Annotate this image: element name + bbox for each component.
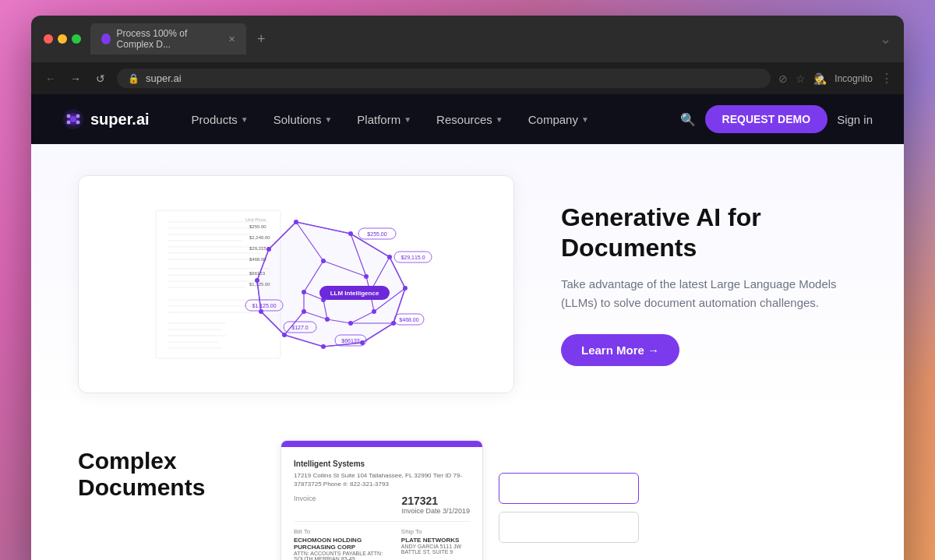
hero-title: Generative AI for Documents [561, 203, 857, 262]
svg-point-2 [70, 116, 76, 122]
svg-point-74 [364, 274, 369, 279]
invoice-label: Invoice [294, 495, 316, 502]
browser-window: Process 100% of Complex D... ✕ + ⌄ ← → ↺… [31, 16, 904, 560]
nav-links: Products ▼ Solutions ▼ Platform ▼ Resour… [181, 107, 680, 132]
svg-point-6 [76, 121, 80, 125]
tab-bar: Process 100% of Complex D... ✕ + [90, 23, 870, 55]
svg-point-72 [266, 247, 271, 252]
bottom-section: Complex Documents Intelligent Systems 17… [31, 417, 904, 560]
svg-point-68 [321, 344, 326, 349]
nav-item-platform[interactable]: Platform ▼ [346, 107, 422, 132]
invoice-number-row: Invoice 217321 Invoice Date 3/1/2019 [294, 495, 470, 515]
back-button[interactable]: ← [42, 70, 59, 87]
site-nav: super.ai Products ▼ Solutions ▼ Platform… [31, 94, 904, 144]
nav-item-company[interactable]: Company ▼ [517, 107, 600, 132]
invoice-date: Invoice Date 3/1/2019 [401, 507, 470, 515]
ship-company: PLATE NETWORKS [401, 537, 470, 544]
invoice-divider [294, 521, 470, 522]
tab-favicon [101, 33, 111, 44]
llm-brain-diagram: Unit Price $255.00 $2,240.00 $29,215.0 $… [148, 199, 444, 370]
svg-point-79 [302, 309, 306, 314]
nav-resources-label: Resources [436, 113, 492, 126]
svg-point-66 [391, 321, 396, 326]
nav-item-resources[interactable]: Resources ▼ [425, 107, 514, 132]
invoice-content: Intelligent Systems 17219 Collins St Sui… [281, 447, 482, 560]
svg-point-67 [360, 340, 365, 345]
logo-text: super.ai [90, 111, 150, 129]
camera-off-icon: ⊘ [778, 72, 788, 85]
input-field-2[interactable] [499, 512, 639, 543]
invoice-address: 17219 Collins St Suite 104 Tallahassee, … [294, 471, 470, 488]
svg-text:$2,240.00: $2,240.00 [249, 235, 270, 240]
forward-button[interactable]: → [67, 70, 84, 87]
svg-text:$255.00: $255.00 [367, 231, 386, 237]
maximize-button[interactable] [72, 34, 81, 44]
bill-to-label: Bill To [294, 528, 386, 535]
nav-item-solutions[interactable]: Solutions ▼ [263, 107, 344, 132]
svg-point-64 [387, 255, 392, 259]
svg-point-63 [348, 231, 353, 236]
bill-company: ECHOMOON HOLDING PURCHASING CORP [294, 537, 386, 551]
more-options-icon[interactable]: ⋮ [880, 71, 893, 86]
company-chevron-icon: ▼ [581, 115, 589, 124]
svg-point-76 [372, 309, 376, 314]
close-button[interactable] [44, 34, 53, 44]
svg-text:$127.0: $127.0 [291, 325, 309, 330]
input-field-1[interactable] [499, 473, 639, 504]
resources-chevron-icon: ▼ [496, 115, 503, 124]
side-input-card [499, 440, 639, 560]
invoice-company: Intelligent Systems [294, 460, 470, 468]
svg-point-80 [302, 290, 306, 294]
svg-point-73 [321, 259, 326, 263]
toolbar-actions: ⊘ ☆ 🕵 Incognito ⋮ [778, 71, 893, 86]
learn-more-button[interactable]: Learn More → [561, 334, 679, 366]
bookmark-icon[interactable]: ☆ [796, 72, 806, 85]
invoice-number-wrapper: 217321 Invoice Date 3/1/2019 [401, 495, 470, 515]
tab-title: Process 100% of Complex D... [117, 28, 222, 50]
url-display: super.ai [146, 72, 182, 84]
refresh-button[interactable]: ↺ [92, 70, 109, 87]
platform-chevron-icon: ▼ [404, 115, 411, 124]
svg-text:$29,115.0: $29,115.0 [400, 255, 425, 260]
address-bar[interactable]: 🔒 super.ai [117, 69, 771, 88]
ship-to-label: Ship To [401, 528, 470, 535]
nav-company-label: Company [528, 113, 578, 126]
ship-sub: ANDY GARCIA 5111 JW BATTLE ST, SUITE 9 [401, 544, 470, 555]
hero-text: Generative AI for Documents Take advanta… [561, 203, 857, 366]
svg-text:Unit Price: Unit Price [245, 217, 266, 222]
security-icon: 🔒 [128, 73, 139, 84]
nav-actions: 🔍 REQUEST DEMO Sign in [680, 105, 873, 133]
nav-item-products[interactable]: Products ▼ [181, 107, 259, 132]
sign-in-link[interactable]: Sign in [837, 113, 873, 126]
svg-point-70 [259, 309, 263, 314]
tab-close-button[interactable]: ✕ [228, 34, 235, 44]
nav-solutions-label: Solutions [273, 113, 322, 126]
svg-text:$255.00: $255.00 [249, 224, 266, 229]
svg-point-77 [348, 321, 353, 326]
hero-visual: Unit Price $255.00 $2,240.00 $29,215.0 $… [78, 175, 514, 393]
svg-text:LLM Intelligence: LLM Intelligence [330, 290, 379, 297]
site-logo[interactable]: super.ai [62, 108, 150, 130]
hero-description: Take advantage of the latest Large Langu… [561, 275, 857, 312]
search-icon[interactable]: 🔍 [680, 112, 696, 127]
invoice-header-bar [281, 441, 482, 447]
solutions-chevron-icon: ▼ [324, 115, 332, 124]
document-preview: Intelligent Systems 17219 Collins St Sui… [280, 440, 857, 560]
invoice-parties: Bill To ECHOMOON HOLDING PURCHASING CORP… [294, 528, 470, 560]
browser-titlebar: Process 100% of Complex D... ✕ + ⌄ [31, 16, 904, 62]
invoice-card: Intelligent Systems 17219 Collins St Sui… [280, 440, 483, 560]
bill-sub: ATTN: ACCOUNTS PAYABLE ATTN: SOUTH MERRI… [294, 551, 386, 560]
complex-documents-title: Complex Documents [78, 440, 249, 501]
ship-to: Ship To PLATE NETWORKS ANDY GARCIA 5111 … [401, 528, 470, 560]
active-tab[interactable]: Process 100% of Complex D... ✕ [90, 23, 246, 55]
svg-text:$468.00: $468.00 [399, 317, 418, 322]
browser-menu-button[interactable]: ⌄ [880, 30, 891, 48]
request-demo-button[interactable]: REQUEST DEMO [705, 105, 828, 133]
new-tab-button[interactable]: + [252, 31, 270, 48]
invoice-number: 217321 [401, 495, 470, 507]
svg-point-4 [76, 114, 80, 118]
svg-point-65 [403, 286, 408, 291]
minimize-button[interactable] [58, 34, 67, 44]
hero-section: Unit Price $255.00 $2,240.00 $29,215.0 $… [31, 144, 904, 417]
logo-icon [62, 108, 84, 130]
